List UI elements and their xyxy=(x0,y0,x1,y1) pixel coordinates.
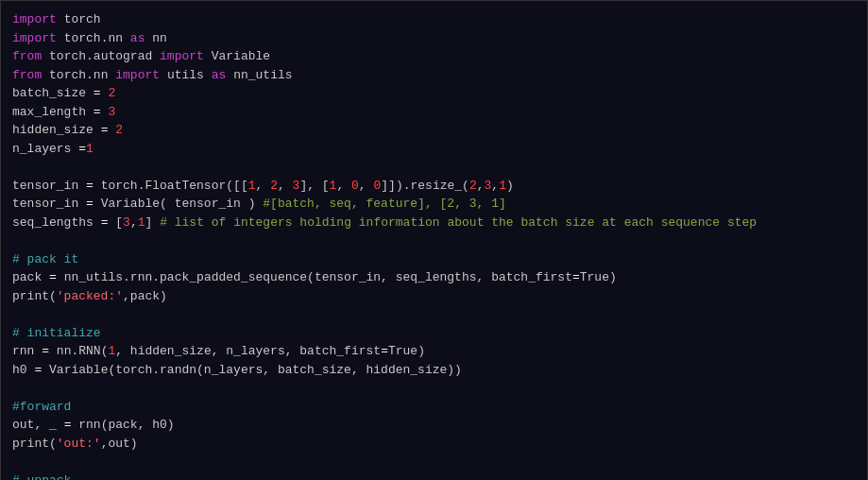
code-content: import torch import torch.nn as nn from … xyxy=(12,10,856,480)
code-editor: import torch import torch.nn as nn from … xyxy=(0,0,868,480)
